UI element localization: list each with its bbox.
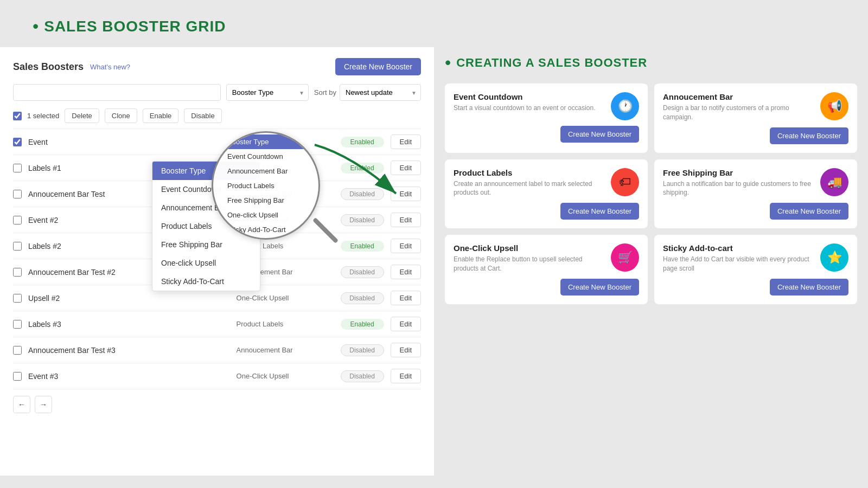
edit-button[interactable]: Edit <box>391 239 421 253</box>
status-badge: Enabled <box>341 137 384 147</box>
edit-button[interactable]: Edit <box>391 265 421 279</box>
booster-card: Annoucement Bar Design a bar to notify c… <box>654 84 857 153</box>
magnifier-dropdown-item: One-click Upsell <box>222 208 310 222</box>
row-checkbox[interactable] <box>13 294 22 303</box>
edit-button[interactable]: Edit <box>391 213 421 227</box>
card-desc: Have the Add to Cart bar visible with ev… <box>663 255 814 273</box>
row-type: One-Click Upsell <box>237 372 334 380</box>
card-top: Free Shipping Bar Launch a notification … <box>663 168 848 198</box>
prev-page-button[interactable]: ← <box>13 396 30 413</box>
dropdown-item[interactable]: Sticky Add-To-Cart <box>152 272 260 291</box>
booster-card: Free Shipping Bar Launch a notification … <box>654 159 857 229</box>
filters-row: 🔍 Booster Type Event Countdown Announcem… <box>13 84 421 101</box>
card-info: Event Countdown Start a visual countdown… <box>454 92 604 113</box>
card-top: One-Click Upsell Enable the Replace butt… <box>454 243 639 273</box>
row-checkbox[interactable] <box>13 138 22 146</box>
panel-title-group: Sales Boosters What's new? <box>13 61 130 73</box>
edit-button[interactable]: Edit <box>391 343 421 357</box>
row-checkbox[interactable] <box>13 268 22 277</box>
sort-group: Sort by Newest update Oldest update Alph… <box>314 84 421 101</box>
card-create-button[interactable]: Create New Booster <box>560 279 639 296</box>
card-create-button[interactable]: Create New Booster <box>560 126 639 143</box>
table-row: Event #3 One-Click Upsell Disabled Edit <box>13 363 421 389</box>
delete-button[interactable]: Delete <box>65 108 99 123</box>
status-badge: Enabled <box>341 163 384 174</box>
booster-type-filter[interactable]: Booster Type Event Countdown Announcemen… <box>226 84 309 101</box>
edit-button[interactable]: Edit <box>391 160 421 175</box>
magnifier-dropdown-item: Announcement Bar <box>222 164 310 178</box>
table-row: Event Free Shipping Bar Enabled Edit <box>13 129 421 155</box>
left-annotation-title: SALES BOOSTER GRID <box>44 18 226 35</box>
row-checkbox[interactable] <box>13 372 22 381</box>
sort-select[interactable]: Newest update Oldest update Alphabetical <box>340 84 421 101</box>
booster-card: Event Countdown Start a visual countdown… <box>445 84 648 153</box>
card-name: Annoucement Bar <box>663 92 814 101</box>
card-info: Free Shipping Bar Launch a notification … <box>663 168 814 198</box>
panel-header: Sales Boosters What's new? Create New Bo… <box>13 58 421 75</box>
card-create-button[interactable]: Create New Booster <box>770 203 848 220</box>
card-name: Product Labels <box>454 168 604 177</box>
status-badge: Disabled <box>341 214 384 226</box>
right-bullet-icon: • <box>445 53 451 73</box>
table-row: Annoucement Bar Test #3 Annoucement Bar … <box>13 337 421 363</box>
whats-new-link[interactable]: What's new? <box>90 63 130 71</box>
card-icon: 🚚 <box>820 168 848 196</box>
row-checkbox[interactable] <box>13 164 22 172</box>
panel-title: Sales Boosters <box>13 61 84 73</box>
card-name: Free Shipping Bar <box>663 168 814 177</box>
dropdown-item[interactable]: Free Shipping Bar <box>152 235 260 254</box>
card-info: One-Click Upsell Enable the Replace butt… <box>454 243 604 273</box>
left-panel: Sales Boosters What's new? Create New Bo… <box>0 47 434 476</box>
dropdown-item[interactable]: One-click Upsell <box>152 254 260 272</box>
sort-select-wrapper: Newest update Oldest update Alphabetical… <box>340 84 421 101</box>
card-icon: 📢 <box>820 92 848 120</box>
row-checkbox[interactable] <box>13 346 22 355</box>
next-page-button[interactable]: → <box>35 396 52 413</box>
edit-button[interactable]: Edit <box>391 134 421 149</box>
status-badge: Disabled <box>341 370 384 382</box>
clone-button[interactable]: Clone <box>105 108 137 123</box>
card-icon: 🕐 <box>611 92 639 120</box>
card-desc: Create an announcement label to mark sel… <box>454 179 604 198</box>
sort-label: Sort by <box>314 88 336 97</box>
table-row: Labels #3 Product Labels Enabled Edit <box>13 311 421 337</box>
status-badge: Disabled <box>341 266 384 278</box>
right-panel: • CREATING A SALES BOOSTER Event Countdo… <box>434 47 868 476</box>
row-type: One-Click Upsell <box>237 294 334 302</box>
card-info: Product Labels Create an announcement la… <box>454 168 604 198</box>
booster-type-filter-wrapper: Booster Type Event Countdown Announcemen… <box>226 84 309 101</box>
enable-button[interactable]: Enable <box>143 108 178 123</box>
magnifier-dropdown-item: Event Countdown <box>222 149 310 164</box>
card-create-button[interactable]: Create New Booster <box>560 203 639 220</box>
edit-button[interactable]: Edit <box>391 291 421 305</box>
magnifier-circle: Booster TypeEvent CountdownAnnouncement … <box>212 131 320 240</box>
row-type: Annoucement Bar <box>237 346 334 354</box>
magnifier-dropdown-item: Product Labels <box>222 178 310 193</box>
row-checkbox[interactable] <box>13 216 22 224</box>
card-desc: Design a bar to notify customers of a pr… <box>663 104 814 122</box>
card-create-button[interactable]: Create New Booster <box>770 127 848 144</box>
booster-card: Product Labels Create an announcement la… <box>445 159 648 229</box>
row-name: Upsell #2 <box>28 294 230 303</box>
select-all-checkbox[interactable] <box>13 112 22 120</box>
card-top: Sticky Add-to-cart Have the Add to Cart … <box>663 243 848 273</box>
edit-button[interactable]: Edit <box>391 317 421 331</box>
left-annotation-area: • SALES BOOSTER GRID <box>0 0 868 47</box>
status-badge: Disabled <box>341 188 384 200</box>
edit-button[interactable]: Edit <box>391 187 421 201</box>
booster-card: One-Click Upsell Enable the Replace butt… <box>445 235 648 304</box>
row-type: Product Labels <box>237 320 334 328</box>
card-create-button[interactable]: Create New Booster <box>770 279 848 296</box>
search-wrapper: 🔍 <box>13 84 221 101</box>
right-annotation: • CREATING A SALES BOOSTER <box>445 47 857 84</box>
bulk-actions-row: 1 selected Delete Clone Enable Disable <box>13 108 421 123</box>
row-checkbox[interactable] <box>13 320 22 329</box>
search-input[interactable] <box>13 84 221 101</box>
create-new-booster-button[interactable]: Create New Booster <box>335 58 421 75</box>
row-checkbox[interactable] <box>13 190 22 198</box>
card-icon: 🏷 <box>611 168 639 196</box>
selected-count-label: 1 selected <box>27 112 59 120</box>
disable-button[interactable]: Disable <box>184 108 221 123</box>
row-checkbox[interactable] <box>13 242 22 251</box>
edit-button[interactable]: Edit <box>391 369 421 383</box>
